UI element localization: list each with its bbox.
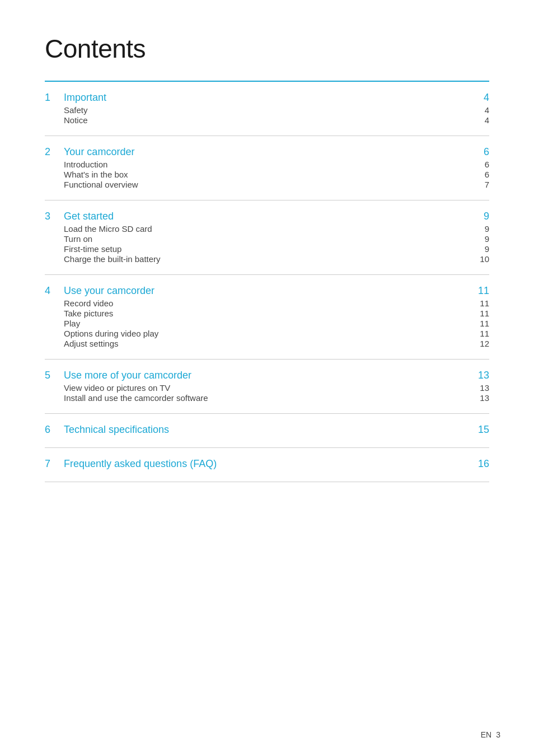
sub-title-4-0: Record video (64, 298, 472, 308)
sub-row-2-0: Introduction6 (64, 160, 489, 169)
sub-page-2-0: 6 (472, 160, 489, 169)
section-number-2: 2 (45, 146, 58, 158)
toc-section-2: 2Your camcorder6Introduction6What's in t… (45, 136, 489, 200)
sub-page-3-1: 9 (472, 234, 489, 244)
toc-container: 1Important4Safety4Notice42Your camcorder… (45, 82, 489, 482)
toc-section-4: 4Use your camcorder11Record video11Take … (45, 275, 489, 360)
toc-section-7: 7Frequently asked questions (FAQ)16 (45, 448, 489, 482)
sub-row-4-3: Options during video play11 (64, 329, 489, 338)
sub-page-4-4: 12 (472, 339, 489, 348)
section-page-6: 15 (472, 424, 489, 436)
section-title-1: Important (64, 92, 472, 104)
sub-title-4-2: Play (64, 319, 472, 328)
toc-section-1: 1Important4Safety4Notice4 (45, 82, 489, 136)
sub-title-3-1: Turn on (64, 234, 472, 244)
section-row-5: 5Use more of your camcorder13 (45, 370, 489, 381)
sub-page-5-1: 13 (472, 393, 489, 403)
sub-page-3-0: 9 (472, 224, 489, 234)
section-row-1: 1Important4 (45, 92, 489, 104)
sub-page-1-0: 4 (472, 105, 489, 115)
sub-title-4-4: Adjust settings (64, 339, 472, 348)
sub-row-4-1: Take pictures11 (64, 309, 489, 318)
sub-row-3-1: Turn on9 (64, 234, 489, 244)
section-number-6: 6 (45, 424, 58, 436)
section-row-4: 4Use your camcorder11 (45, 285, 489, 297)
section-title-6: Technical specifications (64, 424, 472, 436)
sub-page-4-0: 11 (472, 298, 489, 308)
section-number-5: 5 (45, 370, 58, 381)
sub-title-1-1: Notice (64, 115, 472, 125)
sub-page-5-0: 13 (472, 383, 489, 393)
sub-page-4-1: 11 (472, 309, 489, 318)
sub-title-4-3: Options during video play (64, 329, 472, 338)
section-page-5: 13 (472, 370, 489, 381)
sub-row-2-1: What's in the box6 (64, 170, 489, 179)
sub-title-2-1: What's in the box (64, 170, 472, 179)
section-title-5: Use more of your camcorder (64, 370, 472, 381)
section-number-3: 3 (45, 211, 58, 222)
sub-title-2-2: Functional overview (64, 180, 472, 189)
sub-row-3-0: Load the Micro SD card9 (64, 224, 489, 234)
section-row-7: 7Frequently asked questions (FAQ)16 (45, 458, 489, 470)
sub-title-3-0: Load the Micro SD card (64, 224, 472, 234)
sub-row-5-1: Install and use the camcorder software13 (64, 393, 489, 403)
sub-row-5-0: View video or pictures on TV13 (64, 383, 489, 393)
section-row-3: 3Get started9 (45, 211, 489, 222)
sub-page-4-3: 11 (472, 329, 489, 338)
section-title-4: Use your camcorder (64, 285, 472, 297)
sub-page-2-2: 7 (472, 180, 489, 189)
sub-title-2-0: Introduction (64, 160, 472, 169)
section-row-6: 6Technical specifications15 (45, 424, 489, 436)
section-title-7: Frequently asked questions (FAQ) (64, 458, 472, 470)
sub-page-3-3: 10 (472, 254, 489, 264)
sub-row-3-3: Charge the built-in battery10 (64, 254, 489, 264)
footer-lang: EN (481, 730, 491, 739)
sub-row-1-1: Notice4 (64, 115, 489, 125)
page-title: Contents (45, 34, 489, 64)
section-page-4: 11 (472, 285, 489, 297)
sub-title-5-0: View video or pictures on TV (64, 383, 472, 393)
sub-title-4-1: Take pictures (64, 309, 472, 318)
sub-row-3-2: First-time setup9 (64, 244, 489, 254)
sub-title-3-3: Charge the built-in battery (64, 254, 472, 264)
sub-row-2-2: Functional overview7 (64, 180, 489, 189)
sub-page-1-1: 4 (472, 115, 489, 125)
sub-page-4-2: 11 (472, 319, 489, 328)
footer-page: 3 (496, 730, 500, 739)
footer: EN 3 (481, 730, 500, 739)
section-number-1: 1 (45, 92, 58, 104)
section-number-7: 7 (45, 458, 58, 470)
sub-title-1-0: Safety (64, 105, 472, 115)
toc-section-5: 5Use more of your camcorder13View video … (45, 360, 489, 414)
toc-section-3: 3Get started9Load the Micro SD card9Turn… (45, 200, 489, 275)
sub-row-4-0: Record video11 (64, 298, 489, 308)
sub-title-3-2: First-time setup (64, 244, 472, 254)
section-page-7: 16 (472, 458, 489, 470)
section-title-3: Get started (64, 211, 472, 222)
section-page-1: 4 (472, 92, 489, 104)
sub-row-1-0: Safety4 (64, 105, 489, 115)
toc-section-6: 6Technical specifications15 (45, 414, 489, 448)
section-page-2: 6 (472, 146, 489, 158)
sub-row-4-4: Adjust settings12 (64, 339, 489, 348)
sub-page-3-2: 9 (472, 244, 489, 254)
section-title-2: Your camcorder (64, 146, 472, 158)
section-number-4: 4 (45, 285, 58, 297)
page: Contents 1Important4Safety4Notice42Your … (0, 0, 534, 756)
sub-row-4-2: Play11 (64, 319, 489, 328)
sub-page-2-1: 6 (472, 170, 489, 179)
sub-title-5-1: Install and use the camcorder software (64, 393, 472, 403)
section-row-2: 2Your camcorder6 (45, 146, 489, 158)
section-page-3: 9 (472, 211, 489, 222)
